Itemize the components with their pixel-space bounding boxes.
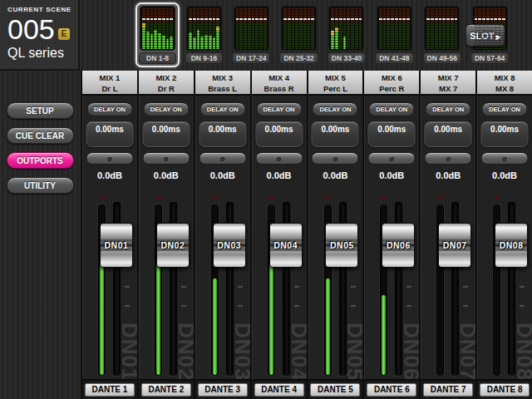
fader-knob-label: DN05 <box>325 239 358 251</box>
meter-bank-block[interactable]: DN 41-48 <box>372 2 416 67</box>
meter-bank-label: DN 41-48 <box>375 52 413 64</box>
delay-time-field[interactable]: 0.00ms <box>481 121 529 147</box>
meter-bank-block[interactable]: DN 25-32 <box>276 2 321 67</box>
meter-zero-dot <box>435 18 438 20</box>
meter-bank-block[interactable]: DN 33-40 <box>324 2 369 67</box>
fader-area: DN03 DN03 <box>195 187 250 379</box>
meter-zero-dot <box>311 18 314 20</box>
port-label: DANTE 2 <box>141 383 191 397</box>
meter-zero-dot <box>494 18 497 20</box>
fader-scale-tick <box>406 363 411 365</box>
meter-bank-block[interactable]: DN 57-64 <box>467 2 512 67</box>
scene-panel[interactable]: CURRENT SCENE 005 E QL series <box>0 0 80 71</box>
delay-time-field[interactable]: 0.00ms <box>199 121 246 147</box>
fader-knob[interactable]: DN01 <box>100 223 133 268</box>
sidebar-button-utility[interactable]: UTILITY <box>7 177 74 194</box>
sidebar-button-label: SETUP <box>26 106 53 116</box>
delay-time-field[interactable]: 0.00ms <box>86 121 133 147</box>
meter-bar <box>347 7 350 49</box>
channel-header[interactable]: MIX 8 MX 8 <box>477 71 532 96</box>
channel-strip: MIX 3 Brass L DELAY ON 0.00ms ø 0.0dB DN… <box>194 71 250 399</box>
delay-on-button[interactable]: DELAY ON <box>369 102 415 116</box>
fader-scale-tick <box>125 363 130 365</box>
delay-time-field[interactable]: 0.00ms <box>425 121 472 147</box>
meter-bar <box>197 7 200 49</box>
phase-button[interactable]: ø <box>142 152 190 165</box>
channel-id-vertical: DN05 <box>347 323 362 381</box>
port-row: DANTE 8 <box>477 379 532 399</box>
channel-header[interactable]: MIX 5 Perc L <box>308 71 363 96</box>
delay-time-field[interactable]: 0.00ms <box>312 121 359 147</box>
fader-knob-label: DN03 <box>213 239 246 251</box>
meter-zero-dot <box>308 18 311 20</box>
meter-bar <box>395 7 398 49</box>
channel-header[interactable]: MIX 1 Dr L <box>82 71 137 96</box>
meter-bar-fill <box>166 39 170 49</box>
meter-zero-dot <box>335 18 338 20</box>
sidebar-button-outports[interactable]: OUTPORTS <box>7 152 74 169</box>
delay-on-button[interactable]: DELAY ON <box>86 102 132 116</box>
fader-level-value: 0.0dB <box>477 170 532 180</box>
fader-level-value: 0.0dB <box>421 170 475 180</box>
phase-button[interactable]: ø <box>86 152 133 165</box>
sidebar-button-setup[interactable]: SETUP <box>7 102 74 119</box>
meter-zero-dot <box>216 18 219 20</box>
fader-knob[interactable]: DN08 <box>495 223 528 268</box>
channel-header[interactable]: MIX 6 Perc R <box>364 71 419 96</box>
channel-name-label: Perc R <box>364 83 419 94</box>
phase-button[interactable]: ø <box>425 152 472 165</box>
meter-bank-label: DN 17-24 <box>232 52 270 64</box>
meter-zero-dot <box>166 18 170 20</box>
meter-bar <box>446 7 450 49</box>
fader-knob[interactable]: DN03 <box>213 223 246 268</box>
delay-time-field[interactable]: 0.00ms <box>255 121 303 147</box>
delay-time-field[interactable]: 0.00ms <box>368 121 416 147</box>
channel-strips: MIX 1 Dr L DELAY ON 0.00ms ø 0.0dB DN01 … <box>81 71 532 399</box>
fader-scale-tick <box>125 325 130 327</box>
meter-bank-block[interactable]: DN 17-24 <box>229 2 273 67</box>
meter-bar-peak <box>331 31 334 35</box>
level-meter-fill <box>382 295 386 375</box>
fader-knob[interactable]: DN04 <box>269 223 303 268</box>
fader-knob[interactable]: DN05 <box>325 223 358 268</box>
fader-knob[interactable]: DN06 <box>382 223 415 268</box>
channel-header[interactable]: MIX 3 Brass L <box>195 71 250 96</box>
meter-bar <box>331 7 334 49</box>
meter-zero-dot <box>292 18 295 20</box>
channel-bus-label: MIX 5 <box>308 72 363 83</box>
channel-bus-label: MIX 3 <box>195 72 250 83</box>
delay-on-button[interactable]: DELAY ON <box>200 102 245 116</box>
meter-bar <box>406 7 410 49</box>
meter-zero-dot <box>209 18 212 20</box>
channel-header[interactable]: MIX 2 Dr R <box>139 71 194 96</box>
fader-scale-tick <box>463 363 468 365</box>
channel-header[interactable]: MIX 4 Brass R <box>252 71 307 96</box>
phase-button[interactable]: ø <box>481 152 529 165</box>
meter-zero-dot <box>154 18 157 20</box>
meter-bank-block[interactable]: DN 9-16 <box>182 2 226 67</box>
phase-button[interactable]: ø <box>199 152 246 165</box>
fader-scale-tick <box>294 363 299 365</box>
phase-button[interactable]: ø <box>368 152 416 165</box>
delay-on-button[interactable]: DELAY ON <box>482 102 528 116</box>
delay-on-button[interactable]: DELAY ON <box>256 102 302 116</box>
channel-header[interactable]: MIX 7 MX 7 <box>421 71 475 96</box>
delay-on-button[interactable]: DELAY ON <box>143 102 189 116</box>
meter-bank-label: DN 33-40 <box>328 52 366 64</box>
sidebar-button-cue-clear[interactable]: CUE CLEAR <box>7 127 74 144</box>
fader-scale-tick <box>238 305 243 307</box>
meter-bank-block[interactable]: DN 49-56 <box>420 2 465 67</box>
meter-bar-fill <box>154 30 157 49</box>
port-row: DANTE 6 <box>364 379 419 399</box>
meter-zero-dot <box>442 18 446 20</box>
fader-knob-label: DN04 <box>269 239 303 251</box>
fader-knob[interactable]: DN07 <box>438 223 471 268</box>
phase-button[interactable]: ø <box>312 152 359 165</box>
phase-button[interactable]: ø <box>255 152 303 165</box>
fader-knob[interactable]: DN02 <box>156 223 190 268</box>
delay-on-button[interactable]: DELAY ON <box>313 102 358 116</box>
delay-on-button[interactable]: DELAY ON <box>426 102 471 116</box>
meter-bank-block[interactable]: DN 1-8 <box>135 2 180 67</box>
delay-time-field[interactable]: 0.00ms <box>142 121 190 147</box>
meter-bar <box>189 7 192 49</box>
